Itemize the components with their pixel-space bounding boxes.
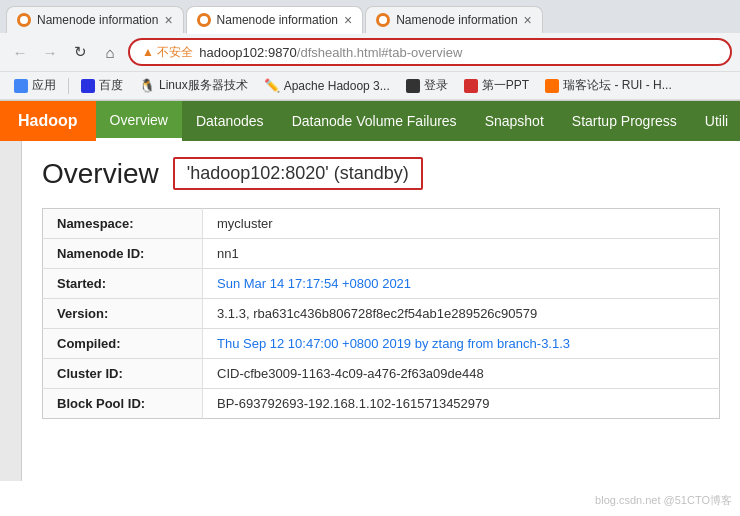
- sidebar: [0, 141, 22, 481]
- table-label: Namespace:: [43, 209, 203, 239]
- tab-close-1[interactable]: ×: [164, 13, 172, 27]
- bookmark-baidu[interactable]: 百度: [75, 75, 129, 96]
- address-box[interactable]: ▲ 不安全 hadoop102:9870/dfshealth.html#tab-…: [128, 38, 732, 66]
- table-row: Block Pool ID:BP-693792693-192.168.1.102…: [43, 389, 720, 419]
- tab-bar: Namenode information × Namenode informat…: [0, 0, 740, 33]
- tab-2[interactable]: Namenode information ×: [186, 6, 364, 34]
- info-table: Namespace:myclusterNamenode ID:nn1Starte…: [42, 208, 720, 419]
- bookmark-rui-label: 瑞客论坛 - RUI - H...: [563, 77, 672, 94]
- bookmark-hadoop-label: Apache Hadoop 3...: [284, 79, 390, 93]
- table-label: Namenode ID:: [43, 239, 203, 269]
- tab-favicon-2: [197, 13, 211, 27]
- table-row: Namespace:mycluster: [43, 209, 720, 239]
- tab-favicon-1: [17, 13, 31, 27]
- table-label: Block Pool ID:: [43, 389, 203, 419]
- table-row: Version:3.1.3, rba631c436b806728f8ec2f54…: [43, 299, 720, 329]
- bookmark-hadoop[interactable]: ✏️ Apache Hadoop 3...: [258, 76, 396, 95]
- bookmark-login[interactable]: 登录: [400, 75, 454, 96]
- back-button[interactable]: ←: [8, 40, 32, 64]
- bookmark-baidu-icon: [81, 79, 95, 93]
- table-value: Sun Mar 14 17:17:54 +0800 2021: [203, 269, 720, 299]
- hadoop-logo[interactable]: Hadoop: [0, 101, 96, 141]
- table-value: nn1: [203, 239, 720, 269]
- nav-snapshot[interactable]: Snapshot: [471, 101, 558, 141]
- address-text: hadoop102:9870/dfshealth.html#tab-overvi…: [199, 45, 718, 60]
- address-path: /dfshealth.html#tab-overview: [297, 45, 462, 60]
- table-value: BP-693792693-192.168.1.102-1615713452979: [203, 389, 720, 419]
- tab-close-3[interactable]: ×: [524, 13, 532, 27]
- table-label: Cluster ID:: [43, 359, 203, 389]
- table-value: mycluster: [203, 209, 720, 239]
- table-value: Thu Sep 12 10:47:00 +0800 2019 by ztang …: [203, 329, 720, 359]
- bookmarks-bar: 应用 百度 🐧 Linux服务器技术 ✏️ Apache Hadoop 3...…: [0, 72, 740, 100]
- table-row: Namenode ID:nn1: [43, 239, 720, 269]
- home-button[interactable]: ⌂: [98, 40, 122, 64]
- tab-1[interactable]: Namenode information ×: [6, 6, 184, 33]
- bookmark-ppt-label: 第一PPT: [482, 77, 529, 94]
- address-bar-row: ← → ↻ ⌂ ▲ 不安全 hadoop102:9870/dfshealth.h…: [0, 33, 740, 72]
- bookmark-apps-label: 应用: [32, 77, 56, 94]
- bookmark-ppt-icon: [464, 79, 478, 93]
- content-area: Overview 'hadoop102:8020' (standby) Name…: [22, 141, 740, 481]
- tab-3[interactable]: Namenode information ×: [365, 6, 543, 33]
- forward-button[interactable]: →: [38, 40, 62, 64]
- table-label: Version:: [43, 299, 203, 329]
- bookmark-login-label: 登录: [424, 77, 448, 94]
- tab-title-1: Namenode information: [37, 13, 158, 27]
- main-layout: Overview 'hadoop102:8020' (standby) Name…: [0, 141, 740, 481]
- standby-badge: 'hadoop102:8020' (standby): [173, 157, 423, 190]
- nav-utilities[interactable]: Utili: [691, 101, 740, 141]
- bookmark-divider-1: [68, 78, 69, 94]
- nav-startup-progress[interactable]: Startup Progress: [558, 101, 691, 141]
- table-value: 3.1.3, rba631c436b806728f8ec2f54ab1e2895…: [203, 299, 720, 329]
- nav-datanode-volume-failures[interactable]: Datanode Volume Failures: [278, 101, 471, 141]
- nav-overview[interactable]: Overview: [96, 101, 182, 141]
- tab-close-2[interactable]: ×: [344, 13, 352, 27]
- table-label: Compiled:: [43, 329, 203, 359]
- table-row: Cluster ID:CID-cfbe3009-1163-4c09-a476-2…: [43, 359, 720, 389]
- refresh-button[interactable]: ↻: [68, 40, 92, 64]
- security-warning-icon: ▲ 不安全: [142, 44, 193, 61]
- browser-chrome: Namenode information × Namenode informat…: [0, 0, 740, 101]
- table-row: Compiled:Thu Sep 12 10:47:00 +0800 2019 …: [43, 329, 720, 359]
- overview-heading: Overview 'hadoop102:8020' (standby): [42, 157, 720, 190]
- page-title: Overview: [42, 158, 159, 190]
- bookmark-login-icon: [406, 79, 420, 93]
- nav-datanodes[interactable]: Datanodes: [182, 101, 278, 141]
- table-row: Started:Sun Mar 14 17:17:54 +0800 2021: [43, 269, 720, 299]
- table-label: Started:: [43, 269, 203, 299]
- bookmark-apps-icon: [14, 79, 28, 93]
- tab-title-3: Namenode information: [396, 13, 517, 27]
- tab-favicon-3: [376, 13, 390, 27]
- bookmark-linux[interactable]: 🐧 Linux服务器技术: [133, 75, 254, 96]
- bookmark-hadoop-icon: ✏️: [264, 78, 280, 93]
- tab-title-2: Namenode information: [217, 13, 338, 27]
- bookmark-rui-icon: [545, 79, 559, 93]
- address-host: hadoop102:9870: [199, 45, 297, 60]
- table-value: CID-cfbe3009-1163-4c09-a476-2f63a09de448: [203, 359, 720, 389]
- hadoop-navbar: Hadoop Overview Datanodes Datanode Volum…: [0, 101, 740, 141]
- bookmark-rui[interactable]: 瑞客论坛 - RUI - H...: [539, 75, 678, 96]
- bookmark-linux-icon: 🐧: [139, 78, 155, 93]
- bookmark-baidu-label: 百度: [99, 77, 123, 94]
- bookmark-linux-label: Linux服务器技术: [159, 77, 248, 94]
- bookmark-apps[interactable]: 应用: [8, 75, 62, 96]
- bookmark-ppt[interactable]: 第一PPT: [458, 75, 535, 96]
